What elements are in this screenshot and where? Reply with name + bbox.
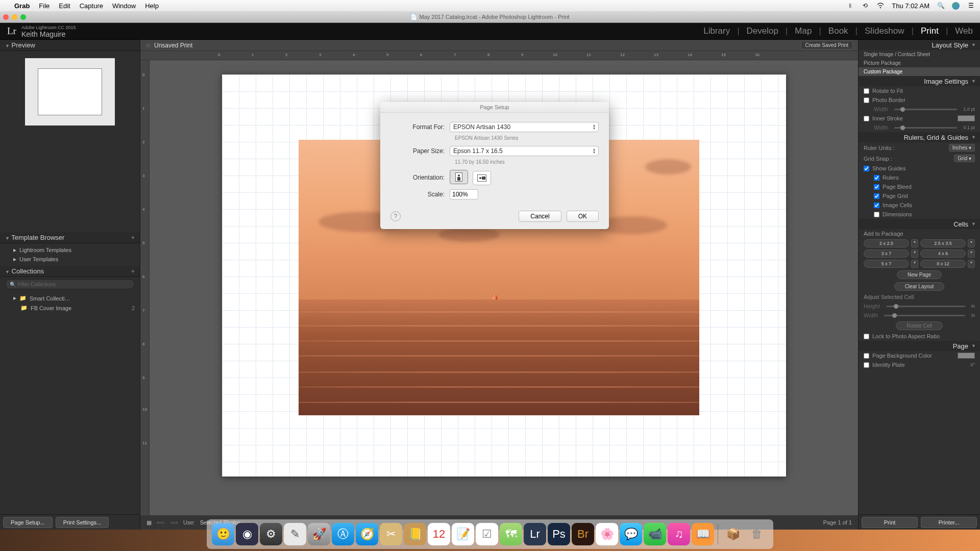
inner-stroke-checkbox[interactable] [864,116,869,121]
clear-layout-button[interactable]: Clear Layout [894,282,945,291]
grid-view-icon[interactable]: ▦ [146,519,152,526]
dock-aperture[interactable]: ◉ [236,523,258,545]
layout-style-header[interactable]: Layout Style▼ [859,40,980,50]
cell-dd[interactable]: ▾ [911,249,918,258]
module-library[interactable]: Library [703,26,730,36]
module-slideshow[interactable]: Slideshow [865,26,904,36]
dock-photos[interactable]: 🌸 [596,523,618,545]
ruler-units-select[interactable]: Inches ▾ [949,144,975,152]
module-print[interactable]: Print [921,26,939,36]
spotlight-icon[interactable]: 🔍 [937,2,945,10]
dock-launchpad[interactable]: 🚀 [308,523,330,545]
image-settings-header[interactable]: Image Settings▼ [859,76,980,86]
dock-safari[interactable]: 🧭 [356,523,378,545]
dock-itunes[interactable]: ♫ [668,523,690,545]
dock-reminders[interactable]: ☑ [476,523,498,545]
dock-bridge[interactable]: Br [572,523,594,545]
sync-icon[interactable]: ⟲ [861,2,869,10]
guide-grid-checkbox[interactable] [874,193,879,199]
page-bg-checkbox[interactable] [864,353,869,359]
cell-dd[interactable]: ▾ [968,249,975,258]
print-settings-button[interactable]: Print Settings... [56,517,109,528]
create-saved-print-button[interactable]: Create Saved Print [801,41,853,49]
stroke-color-swatch[interactable] [958,115,975,121]
dock-lightroom[interactable]: Lr [524,523,546,545]
style-custom-package[interactable]: Custom Package [859,67,980,76]
identity-plate-checkbox[interactable] [864,362,869,368]
orientation-portrait[interactable] [450,170,468,184]
style-picture-package[interactable]: Picture Package [859,59,980,67]
guide-bleed-checkbox[interactable] [874,184,879,190]
dock-calendar[interactable]: 12 [428,523,450,545]
cell-8x12[interactable]: 8 x 12 [920,260,966,268]
menu-file[interactable]: File [39,2,50,10]
guide-cells-checkbox[interactable] [874,203,879,208]
prev-page-icon[interactable]: ⟸ [157,519,165,526]
menu-window[interactable]: Window [112,2,136,10]
scale-input[interactable] [450,189,478,199]
dropbox-icon[interactable]: ⫴ [846,2,854,10]
dock-trash[interactable]: 🗑 [746,523,768,545]
stroke-width-slider[interactable] [894,127,957,129]
menu-capture[interactable]: Capture [80,2,103,10]
format-for-select[interactable]: EPSON Artisan 1430▴▾ [450,122,599,132]
module-map[interactable]: Map [795,26,812,36]
cell-5x7[interactable]: 5 x 7 [864,260,909,268]
dock-finder[interactable]: 🙂 [212,523,234,545]
paper-size-select[interactable]: Epson 11.7 x 16.5▴▾ [450,146,599,156]
cancel-button[interactable]: Cancel [519,211,561,222]
template-folder-lightroom[interactable]: ▶Lightroom Templates [0,245,140,255]
menu-help[interactable]: Help [145,2,159,10]
module-book[interactable]: Book [828,26,848,36]
orientation-landscape[interactable] [473,171,491,185]
dock-notes[interactable]: 📝 [452,523,474,545]
template-browser-header[interactable]: ▼ Template Browser+ [0,232,140,243]
help-button[interactable]: ? [390,211,401,221]
dock-maps[interactable]: 🗺 [500,523,522,545]
print-button[interactable]: Print [862,517,918,528]
new-page-button[interactable]: New Page [897,270,942,279]
collections-header[interactable]: ▼ Collections+ [0,266,140,277]
cell-2.5x3.5[interactable]: 2.5 x 3.5 [920,239,966,247]
module-web[interactable]: Web [955,26,973,36]
menubar-clock[interactable]: Thu 7:02 AM [892,2,929,10]
preview-header[interactable]: ▼ Preview [0,40,140,51]
wifi-icon[interactable] [876,2,885,10]
dock-platypus[interactable]: ✎ [284,523,306,545]
siri-icon[interactable] [952,2,960,10]
style-single-image[interactable]: Single Image / Contact Sheet [859,50,980,59]
dock-settings[interactable]: ⚙ [260,523,282,545]
menu-edit[interactable]: Edit [59,2,70,10]
photo-border-checkbox[interactable] [864,97,869,103]
cell-dd[interactable]: ▾ [911,260,918,268]
next-page-icon[interactable]: ⟹ [170,519,178,526]
cell-dd[interactable]: ▾ [968,260,975,268]
cell-4x6[interactable]: 4 x 6 [920,249,966,258]
collection-smart[interactable]: ▶📁 Smart Collecti… [0,293,140,303]
grid-snap-select[interactable]: Grid ▾ [954,155,975,162]
dock-ibooks[interactable]: 📖 [692,523,714,545]
cell-3x7[interactable]: 3 x 7 [864,249,909,258]
dock-appstore[interactable]: Ⓐ [332,523,354,545]
cells-header[interactable]: Cells▼ [859,219,980,229]
dock-grab[interactable]: ✂ [380,523,402,545]
dock-box[interactable]: 📦 [722,523,744,545]
menu-app[interactable]: Grab [14,2,30,10]
rotate-cell-button[interactable]: Rotate Cell [896,321,942,330]
collection-fb-cover[interactable]: 📁 FB Cover Image2 [0,303,140,313]
cell-2x2.5[interactable]: 2 x 2.5 [864,239,909,247]
rulers-header[interactable]: Rulers, Grid & Guides▼ [859,132,980,142]
cell-height-slider[interactable] [886,306,965,307]
rotate-fit-checkbox[interactable] [864,88,869,94]
page-header[interactable]: Page▼ [859,341,980,351]
show-guides-checkbox[interactable] [864,166,869,171]
traffic-lights[interactable] [3,14,26,20]
dock-facetime[interactable]: 📹 [644,523,666,545]
template-folder-user[interactable]: ▶User Templates [0,255,140,264]
page-setup-button[interactable]: Page Setup... [3,517,53,528]
notification-icon[interactable]: ☰ [967,2,975,10]
filter-collections-input[interactable]: 🔍 Filter Collections [5,279,135,289]
guide-rulers-checkbox[interactable] [874,175,879,181]
border-width-slider[interactable] [894,109,957,110]
ok-button[interactable]: OK [567,211,599,222]
